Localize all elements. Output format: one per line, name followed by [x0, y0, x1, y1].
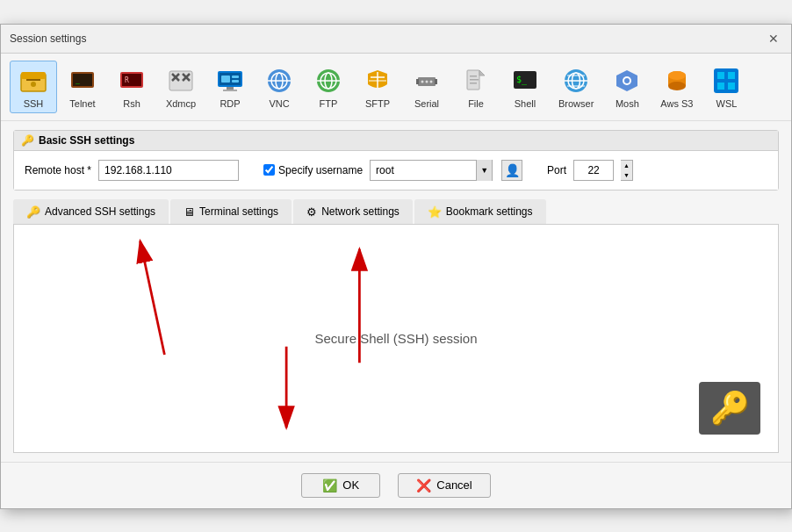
- svg-point-50: [624, 78, 630, 83]
- svg-rect-39: [470, 75, 477, 77]
- remote-host-label: Remote host *: [25, 164, 91, 176]
- protocol-rsh[interactable]: R Rsh: [108, 61, 155, 113]
- svg-text:_: _: [76, 76, 80, 84]
- tab-network[interactable]: ⚙ Network settings: [293, 199, 413, 224]
- session-settings-dialog: Session settings ✕ SSH _: [0, 24, 792, 509]
- tab-network-icon: ⚙: [306, 205, 317, 219]
- svg-rect-2: [26, 79, 40, 81]
- basic-settings-header: 🔑 Basic SSH settings: [14, 131, 778, 151]
- svg-rect-32: [435, 79, 437, 84]
- ssh-description: Secure Shell (SSH) session: [314, 331, 477, 346]
- tab-terminal-icon: 🖥: [184, 205, 195, 219]
- xdmcp-label: Xdmcp: [166, 98, 196, 109]
- port-decrement[interactable]: ▼: [621, 170, 632, 180]
- svg-rect-59: [728, 83, 735, 90]
- bottom-bar: ✅ OK ❌ Cancel: [1, 462, 791, 508]
- wsl-icon: [710, 65, 742, 97]
- svg-point-35: [430, 80, 433, 83]
- basic-settings-body: Remote host * Specify username ▼ 👤 Port: [14, 151, 778, 190]
- settings-icon: 🔑: [21, 134, 34, 147]
- close-button[interactable]: ✕: [765, 30, 782, 47]
- rdp-label: RDP: [220, 98, 240, 109]
- remote-host-input[interactable]: [98, 160, 239, 181]
- protocol-bar: SSH _ Telnet R Rsh: [1, 54, 791, 121]
- svg-text:R: R: [125, 76, 129, 84]
- username-input[interactable]: [371, 161, 476, 180]
- protocol-mosh[interactable]: Mosh: [603, 61, 651, 113]
- specify-username-text: Specify username: [278, 164, 363, 176]
- serial-icon: [411, 65, 443, 97]
- awss3-icon: [661, 65, 693, 97]
- user-icon-button[interactable]: 👤: [501, 160, 522, 181]
- protocol-ssh[interactable]: SSH: [10, 61, 57, 113]
- svg-rect-1: [21, 72, 46, 79]
- port-increment[interactable]: ▲: [621, 161, 632, 170]
- protocol-serial[interactable]: Serial: [403, 61, 450, 113]
- rdp-icon: [214, 65, 246, 97]
- svg-rect-56: [717, 72, 724, 79]
- svg-text:$_: $_: [516, 75, 528, 85]
- file-icon: [460, 65, 492, 97]
- svg-rect-19: [221, 75, 230, 83]
- svg-point-54: [668, 71, 686, 80]
- protocol-wsl[interactable]: WSL: [702, 61, 750, 113]
- protocol-telnet[interactable]: _ Telnet: [59, 61, 106, 113]
- ssh-label: SSH: [24, 98, 44, 109]
- protocol-rdp[interactable]: RDP: [206, 61, 254, 113]
- svg-point-3: [31, 82, 36, 87]
- specify-username-label[interactable]: Specify username: [263, 164, 363, 176]
- tab-terminal-label: Terminal settings: [199, 205, 278, 218]
- cancel-label: Cancel: [436, 478, 472, 492]
- browser-icon: [560, 65, 592, 97]
- ok-button[interactable]: ✅ OK: [301, 473, 380, 498]
- svg-rect-17: [227, 87, 234, 90]
- rsh-icon: R: [116, 65, 148, 97]
- tab-advanced-ssh[interactable]: 🔑 Advanced SSH settings: [13, 199, 169, 224]
- username-dropdown-arrow[interactable]: ▼: [476, 160, 492, 181]
- main-content: 🔑 Basic SSH settings Remote host * Speci…: [1, 121, 791, 462]
- sftp-label: SFTP: [365, 98, 390, 109]
- xdmcp-icon: [165, 65, 197, 97]
- mosh-label: Mosh: [616, 98, 639, 109]
- svg-rect-58: [717, 83, 724, 90]
- tab-bookmark-icon: ⭐: [428, 205, 442, 219]
- file-label: File: [468, 98, 484, 109]
- ssh-icon: [18, 65, 49, 97]
- protocol-browser[interactable]: Browser: [551, 61, 601, 113]
- basic-settings-panel: 🔑 Basic SSH settings Remote host * Speci…: [13, 130, 779, 191]
- shell-icon: $_: [509, 65, 541, 97]
- protocol-sftp[interactable]: SFTP: [354, 61, 401, 113]
- protocol-vnc[interactable]: VNC: [256, 61, 303, 113]
- protocol-shell[interactable]: $_ Shell: [501, 61, 549, 113]
- sftp-icon: [362, 65, 393, 97]
- browser-label: Browser: [558, 98, 594, 109]
- svg-point-33: [421, 80, 424, 83]
- svg-rect-37: [470, 79, 479, 81]
- cancel-button[interactable]: ❌ Cancel: [398, 473, 490, 498]
- settings-field-row: Remote host * Specify username ▼ 👤 Port: [25, 160, 767, 181]
- ok-label: OK: [342, 478, 359, 492]
- ftp-icon: [313, 65, 344, 97]
- protocol-ftp[interactable]: FTP: [305, 61, 352, 113]
- username-combo: ▼: [370, 160, 493, 181]
- port-input[interactable]: [573, 160, 614, 181]
- wsl-label: WSL: [716, 98, 738, 109]
- title-bar: Session settings ✕: [1, 25, 791, 54]
- protocol-file[interactable]: File: [452, 61, 500, 113]
- key-icon-box: 🔑: [699, 382, 760, 435]
- protocol-xdmcp[interactable]: Xdmcp: [157, 61, 205, 113]
- content-area: Secure Shell (SSH) session 🔑: [13, 225, 779, 453]
- rsh-label: Rsh: [123, 98, 140, 109]
- awss3-label: Aws S3: [660, 98, 693, 109]
- svg-point-53: [668, 82, 686, 90]
- protocol-awss3[interactable]: Aws S3: [652, 61, 701, 113]
- svg-rect-21: [232, 80, 239, 83]
- tab-bookmark-label: Bookmark settings: [446, 205, 533, 218]
- tab-advanced-ssh-label: Advanced SSH settings: [45, 205, 155, 218]
- svg-rect-18: [223, 90, 237, 91]
- cancel-icon: ❌: [416, 478, 431, 492]
- specify-username-checkbox[interactable]: [263, 164, 275, 176]
- tab-bookmark[interactable]: ⭐ Bookmark settings: [414, 199, 546, 224]
- tab-terminal[interactable]: 🖥 Terminal settings: [170, 199, 292, 224]
- serial-label: Serial: [414, 98, 439, 109]
